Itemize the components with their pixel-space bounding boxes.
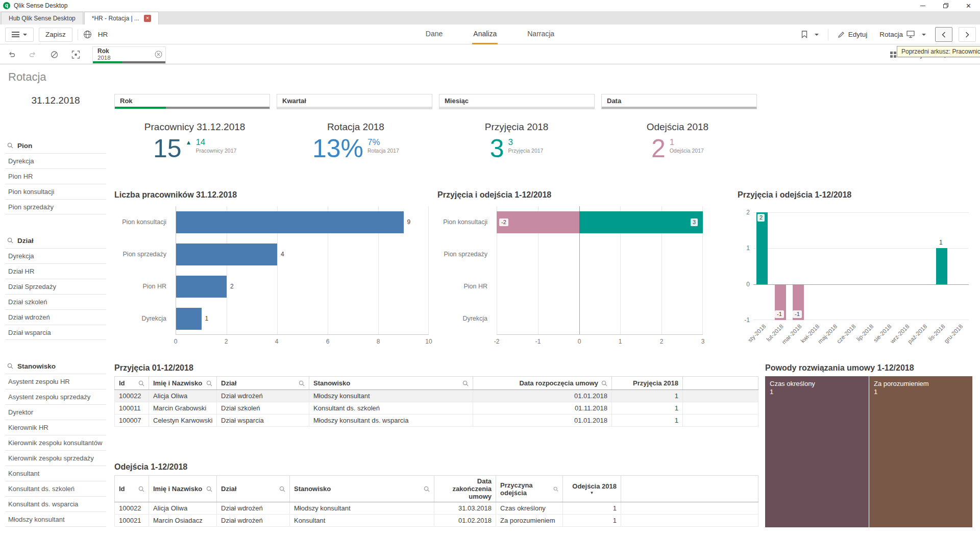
table-cell[interactable]: Młodszy konsultant ds. wsparcia <box>309 415 473 427</box>
table-row[interactable]: 100007 Celestyn Karwowski Dział wsparcia… <box>115 415 758 427</box>
column-header-imie-nazwisko[interactable]: Imię i Nazwisko <box>149 377 217 390</box>
tab-close-icon[interactable]: × <box>144 15 151 22</box>
table-cell[interactable]: Marcin Osiadacz <box>149 515 217 527</box>
table-cell[interactable]: 100011 <box>115 402 149 415</box>
column-header-data-zakonczenia[interactable]: Data zakończenia umowy <box>434 476 496 502</box>
filter-item[interactable]: Kierownik zespołu sprzedaży <box>5 450 106 466</box>
column-header-dzial[interactable]: Dział <box>217 476 290 502</box>
filter-item[interactable]: Kierownik zespołu konsultantów <box>5 435 106 450</box>
filter-item[interactable]: Dział HR <box>5 263 106 279</box>
bar-pion-hr[interactable] <box>176 276 227 298</box>
table-cell[interactable]: Dział wdrożeń <box>217 390 309 402</box>
bar-pion-sprzedazy[interactable] <box>176 243 277 265</box>
table-cell[interactable]: 01.01.2018 <box>473 390 612 402</box>
edit-button[interactable]: Edytuj <box>835 28 871 42</box>
filter-item[interactable]: Konsultant <box>5 466 106 481</box>
table-cell[interactable]: Dział wdrożeń <box>217 502 290 515</box>
bar-pion-konsultacji[interactable] <box>176 211 404 233</box>
nav-tab-narracja[interactable]: Narracja <box>526 25 555 44</box>
table-cell[interactable]: 1 <box>612 390 683 402</box>
column-header-stanowisko[interactable]: Stanowisko <box>290 476 434 502</box>
app-tab-hr-rotacja[interactable]: *HR - Rotacja | ... × <box>84 12 159 25</box>
table-cell[interactable]: Młodszy konsultant <box>290 502 434 515</box>
selection-chip-rok[interactable]: Rok 2018 <box>92 46 166 64</box>
bar-sty-2018[interactable] <box>756 212 768 284</box>
chip-clear-icon[interactable] <box>155 51 162 58</box>
column-header-id[interactable]: Id <box>115 476 149 502</box>
table-cell[interactable]: Alicja Oliwa <box>149 502 217 515</box>
table-cell[interactable]: 1 <box>563 502 621 515</box>
filter-item[interactable]: Pion konsultacji <box>5 184 106 199</box>
filter-item[interactable]: Kierownik HR <box>5 420 106 435</box>
nav-tab-analiza[interactable]: Analiza <box>472 25 498 44</box>
table-cell[interactable]: Celestyn Karwowski <box>149 415 217 427</box>
bar-dyrekcja[interactable] <box>176 308 202 330</box>
column-header-imie-nazwisko[interactable]: Imię i Nazwisko <box>149 476 217 502</box>
bar-odejscia-pion-konsultacji[interactable] <box>497 211 579 233</box>
treemap-tile-czas-okreslony[interactable]: Czas określony 1 <box>765 376 869 527</box>
filter-field-rok[interactable]: Rok <box>114 94 270 109</box>
chart-hires-exits-by-pion[interactable]: Przyjęcia i odejścia 1-12/2018 Pion kons… <box>437 190 722 350</box>
table-row[interactable]: 100022 Alicja Oliwa Dział wdrożeń Młodsz… <box>115 390 758 402</box>
table-cell[interactable]: Czas określony <box>496 502 563 515</box>
column-header-stanowisko[interactable]: Stanowisko <box>309 377 473 390</box>
save-button[interactable]: Zapisz <box>39 28 72 42</box>
filter-item[interactable]: Dział szkoleń <box>5 294 106 309</box>
chart-hires-exits-monthly[interactable]: Przyjęcia i odejścia 1-12/2018 2 1 0 -1 … <box>738 190 972 355</box>
table-cell[interactable]: 100021 <box>115 515 149 527</box>
filter-item[interactable]: Asystent zespołu HR <box>5 374 106 389</box>
table-exits[interactable]: Odejścia 1-12/2018 Id Imię i Nazwisko Dz… <box>114 462 758 527</box>
column-header-id[interactable]: Id <box>115 377 149 390</box>
menu-button[interactable] <box>5 28 34 42</box>
filter-item[interactable]: Konsultant ds. szkoleń <box>5 481 106 496</box>
table-cell[interactable]: 31.03.2018 <box>434 502 496 515</box>
table-cell[interactable]: Konsultant ds. szkoleń <box>309 402 473 415</box>
selections-back-button[interactable] <box>5 48 17 61</box>
column-header-dzial[interactable]: Dział <box>217 377 309 390</box>
bar-przyjecia-pion-konsultacji[interactable] <box>579 211 703 233</box>
table-cell[interactable]: 1 <box>612 415 683 427</box>
table-cell[interactable]: Dział wsparcia <box>217 415 309 427</box>
column-header-przyczyna[interactable]: Przyczyna odejścia <box>496 476 563 502</box>
table-cell[interactable]: Za porozumieniem <box>496 515 563 527</box>
table-cell[interactable]: 01.11.2018 <box>473 402 612 415</box>
table-row[interactable]: 100022 Alicja Oliwa Dział wdrożeń Młodsz… <box>115 502 758 515</box>
table-cell[interactable]: Alicja Oliwa <box>149 390 217 402</box>
bookmarks-button[interactable] <box>798 28 822 42</box>
filter-item[interactable]: Dyrekcja <box>5 153 106 168</box>
table-cell[interactable]: Marcin Grabowski <box>149 402 217 415</box>
filter-item[interactable]: Pion sprzedaży <box>5 199 106 214</box>
table-cell[interactable]: 01.02.2018 <box>434 515 496 527</box>
table-cell[interactable]: 1 <box>563 515 621 527</box>
table-cell[interactable]: Konsultant <box>290 515 434 527</box>
filter-item[interactable]: Dział wdrożeń <box>5 309 106 325</box>
filter-item[interactable]: Dyrekcja <box>5 248 106 263</box>
table-row[interactable]: 100011 Marcin Grabowski Dział szkoleń Ko… <box>115 402 758 415</box>
column-header-data-rozpoczecia[interactable]: Data rozpoczęcia umowy <box>473 377 612 390</box>
column-header-przyjecia-2018[interactable]: Przyjęcia 2018 <box>612 377 683 390</box>
table-hires[interactable]: Przyjęcia 01-12/2018 Id Imię i Nazwisko … <box>114 363 758 427</box>
treemap-reasons[interactable]: Powody rozwiązania umowy 1-12/2018 Czas … <box>765 363 972 527</box>
table-cell[interactable]: 100007 <box>115 415 149 427</box>
prev-sheet-button[interactable] <box>935 27 952 42</box>
table-cell[interactable]: 01.01.2018 <box>473 415 612 427</box>
close-button[interactable]: ✕ <box>957 0 980 11</box>
filter-group-header[interactable]: Pion <box>5 138 106 153</box>
selections-tool-icon-button[interactable] <box>69 48 82 61</box>
chart-employees-by-pion[interactable]: Liczba pracowników 31.12.2018 Pion konsu… <box>114 190 431 350</box>
bar-lis-2018[interactable] <box>936 248 947 284</box>
table-cell[interactable]: 1 <box>612 402 683 415</box>
selections-forward-button[interactable] <box>27 48 39 61</box>
sheet-selector[interactable]: Rotacja <box>876 28 929 42</box>
filter-field-kwartal[interactable]: Kwartał <box>277 94 432 109</box>
table-cell[interactable]: Dział szkoleń <box>217 402 309 415</box>
filter-item[interactable]: Młodszy konsultant <box>5 511 106 527</box>
filter-item[interactable]: Dział wsparcia <box>5 325 106 340</box>
column-header-odejscia-2018[interactable]: Odejścia 2018▼ <box>563 476 621 502</box>
filter-field-data[interactable]: Data <box>601 94 757 109</box>
app-tab-hub[interactable]: Hub Qlik Sense Desktop <box>1 12 83 25</box>
table-cell[interactable]: Dział wdrożeń <box>217 515 290 527</box>
table-cell[interactable]: 100022 <box>115 390 149 402</box>
nav-tab-dane[interactable]: Dane <box>425 25 444 44</box>
filter-item[interactable]: Pion HR <box>5 168 106 184</box>
